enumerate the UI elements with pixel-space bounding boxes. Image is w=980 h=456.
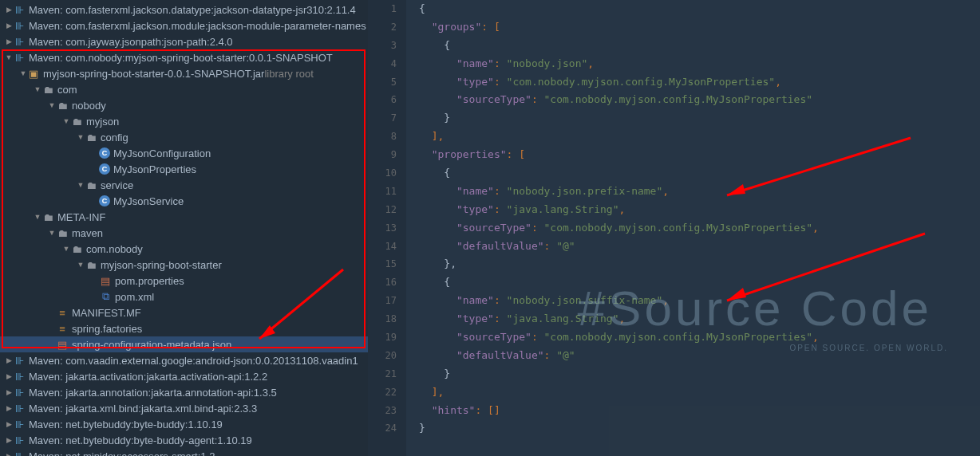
tree-item[interactable]: CMyJsonService	[0, 193, 368, 209]
tree-item[interactable]: ▶⊪Maven: jakarta.xml.bind:jakarta.xml.bi…	[0, 400, 368, 416]
expand-arrow-icon[interactable]: ▶	[5, 436, 13, 444]
line-number: 18	[368, 310, 397, 328]
tree-item[interactable]: ▼🖿nobody	[0, 97, 368, 113]
code-line[interactable]: {	[419, 37, 980, 55]
tree-item[interactable]: ▶⊪Maven: net.bytebuddy:byte-buddy-agent:…	[0, 432, 368, 448]
expand-arrow-icon[interactable]: ▼	[5, 53, 13, 61]
code-line[interactable]: "name": "nobody.json",	[419, 55, 980, 73]
code-line[interactable]: "type": "java.lang.String",	[419, 201, 980, 219]
code-line[interactable]: "groups": [	[419, 18, 980, 37]
code-content[interactable]: { "groups": [ { "name": "nobody.json", "…	[406, 0, 980, 456]
code-line[interactable]: }	[419, 365, 980, 383]
expand-arrow-icon[interactable]: ▶	[5, 22, 13, 29]
code-editor[interactable]: #Source Code OPEN SOURCE. OPEN WORLD. 12…	[368, 0, 980, 456]
tree-item[interactable]: ▶⊪Maven: net.bytebuddy:byte-buddy:1.10.1…	[0, 416, 368, 432]
tree-item[interactable]: ▼▣myjson-spring-boot-starter-0.0.1-SNAPS…	[0, 65, 368, 81]
line-number: 4	[368, 55, 397, 73]
tree-item[interactable]: ▶⊪Maven: jakarta.activation:jakarta.acti…	[0, 368, 368, 384]
tree-item[interactable]: ▶⊪Maven: com.fasterxml.jackson.module:ja…	[0, 18, 368, 33]
code-line[interactable]: "name": "nobody.json.prefix-name",	[419, 183, 980, 201]
line-number: 19	[368, 328, 397, 347]
code-line[interactable]: "defaultValue": "@"	[419, 347, 980, 365]
tree-item[interactable]: CMyJsonProperties	[0, 161, 368, 177]
library-icon: ⊪	[13, 51, 26, 64]
folder-icon: 🖿	[56, 226, 69, 239]
code-line[interactable]: ],	[419, 128, 980, 146]
tree-item[interactable]: ▼🖿myjson-spring-boot-starter	[0, 257, 368, 273]
tree-item-label: pom.xml	[115, 291, 154, 303]
tree-item[interactable]: ▼🖿maven	[0, 225, 368, 241]
tree-item[interactable]: ▶⊪Maven: com.jayway.jsonpath:json-path:2…	[0, 33, 368, 49]
code-line[interactable]: ],	[419, 383, 980, 402]
tree-item[interactable]: ▼🖿myjson	[0, 113, 368, 129]
tree-item-label: myjson	[86, 116, 119, 128]
code-line[interactable]: "hints": []	[419, 402, 980, 420]
tree-item-suffix: library root	[264, 68, 313, 80]
code-line[interactable]: "name": "nobody.json.suffix-name",	[419, 292, 980, 310]
code-line[interactable]: },	[419, 255, 980, 273]
code-line[interactable]: "sourceType": "com.nobody.myjson.config.…	[419, 219, 980, 238]
properties-icon: ▤	[99, 274, 112, 287]
line-number: 7	[368, 109, 397, 128]
code-line[interactable]: "properties": [	[419, 146, 980, 164]
expand-arrow-icon[interactable]: ▶	[5, 388, 13, 396]
expand-arrow-icon[interactable]: ▼	[77, 133, 85, 141]
expand-arrow-icon[interactable]: ▼	[34, 85, 41, 93]
tree-item[interactable]: ▤spring-configuration-metadata.json	[0, 336, 368, 352]
expand-arrow-icon[interactable]: ▼	[77, 181, 85, 189]
expand-arrow-icon[interactable]: ▼	[48, 101, 56, 109]
expand-arrow-icon[interactable]: ▼	[62, 245, 70, 253]
code-line[interactable]: "sourceType": "com.nobody.myjson.config.…	[419, 91, 980, 109]
expand-arrow-icon[interactable]: ▼	[34, 213, 41, 221]
tree-item[interactable]: ▶⊪Maven: jakarta.annotation:jakarta.anno…	[0, 384, 368, 400]
expand-arrow-icon[interactable]: ▼	[48, 229, 56, 237]
expand-arrow-icon[interactable]: ▼	[77, 261, 85, 269]
tree-item[interactable]: ▼🖿com.nobody	[0, 241, 368, 257]
code-line[interactable]: {	[419, 273, 980, 292]
line-number: 2	[368, 18, 397, 37]
tree-item-label: Maven: com.fasterxml.jackson.datatype:ja…	[29, 4, 356, 16]
tree-item[interactable]: ▶⊪Maven: net.minidev:accessors-smart:1.2	[0, 448, 368, 456]
tree-item[interactable]: ≡MANIFEST.MF	[0, 305, 368, 320]
tree-item[interactable]: ≡spring.factories	[0, 320, 368, 336]
tree-item[interactable]: ▼🖿service	[0, 177, 368, 193]
code-line[interactable]: {	[419, 0, 980, 18]
tree-item[interactable]: ▼🖿META-INF	[0, 209, 368, 225]
tree-item[interactable]: ▼⊪Maven: com.nobody:myjson-spring-boot-s…	[0, 49, 368, 65]
code-line[interactable]: "type": "com.nobody.myjson.config.MyJson…	[419, 73, 980, 92]
tree-item[interactable]: ▶⊪Maven: com.vaadin.external.google:andr…	[0, 352, 368, 368]
tree-item[interactable]: ▤pom.properties	[0, 273, 368, 289]
expand-arrow-icon[interactable]: ▼	[19, 69, 27, 77]
expand-arrow-icon[interactable]: ▶	[5, 372, 13, 380]
code-line[interactable]: {	[419, 164, 980, 183]
project-tree-sidebar: ▶⊪Maven: com.fasterxml.jackson.datatype:…	[0, 0, 368, 456]
tree-item-label: Maven: com.vaadin.external.google:androi…	[29, 355, 358, 367]
expand-arrow-icon[interactable]: ▶	[5, 37, 13, 45]
tree-item[interactable]: ▼🖿com	[0, 81, 368, 97]
tree-item-label: myjson-spring-boot-starter-0.0.1-SNAPSHO…	[43, 68, 264, 80]
code-line[interactable]: }	[419, 109, 980, 128]
expand-arrow-icon[interactable]: ▼	[62, 117, 70, 125]
tree-item[interactable]: ▶⊪Maven: com.fasterxml.jackson.datatype:…	[0, 2, 368, 18]
code-line[interactable]: }	[419, 419, 980, 438]
code-line[interactable]: "defaultValue": "@"	[419, 238, 980, 256]
file-icon: ≡	[56, 322, 69, 335]
tree-item-label: Maven: net.bytebuddy:byte-buddy:1.10.19	[29, 419, 223, 430]
library-icon: ⊪	[13, 35, 26, 48]
tree-item-label: Maven: jakarta.activation:jakarta.activa…	[29, 371, 267, 383]
expand-arrow-icon[interactable]: ▶	[5, 420, 13, 428]
folder-icon: 🖿	[70, 115, 83, 128]
line-number: 1	[368, 0, 397, 18]
code-line[interactable]: "type": "java.lang.String",	[419, 310, 980, 328]
expand-arrow-icon[interactable]: ▶	[5, 404, 13, 412]
code-line[interactable]: "sourceType": "com.nobody.myjson.config.…	[419, 328, 980, 347]
expand-arrow-icon[interactable]: ▶	[5, 6, 13, 14]
tree-item[interactable]: CMyJsonConfiguration	[0, 145, 368, 161]
tree-item[interactable]: ⧉pom.xml	[0, 289, 368, 305]
expand-arrow-icon[interactable]: ▶	[5, 452, 13, 456]
line-number: 20	[368, 347, 397, 365]
folder-icon: 🖿	[56, 99, 69, 112]
tree-item[interactable]: ▼🖿config	[0, 129, 368, 145]
file-icon: ≡	[56, 306, 69, 319]
expand-arrow-icon[interactable]: ▶	[5, 356, 13, 364]
